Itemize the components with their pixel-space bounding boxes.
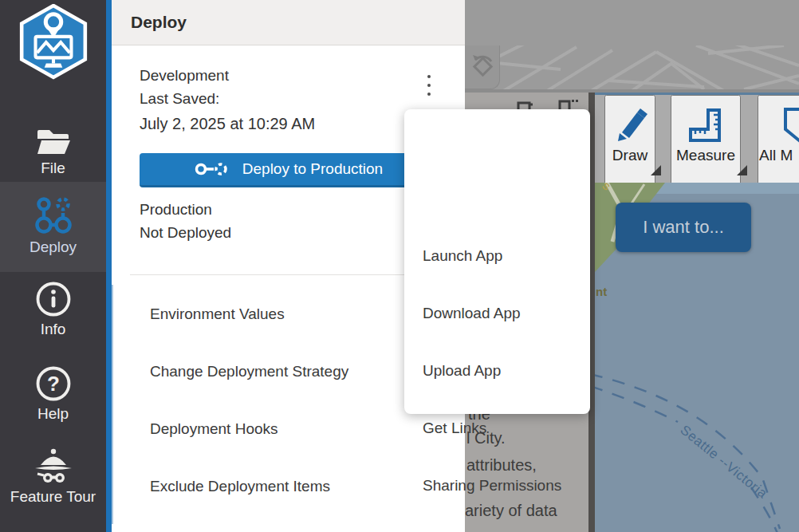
menu-item-get-links[interactable]: Get Links	[423, 420, 486, 437]
action-deployment-hooks[interactable]: Deployment Hooks	[150, 420, 278, 438]
sidebar-item-label: Feature Tour	[10, 488, 96, 506]
i-want-to-label: I want to...	[643, 217, 724, 238]
app-window: the l City. attributes, ariety of data D…	[0, 0, 799, 532]
deploy-button-label: Deploy to Production	[242, 160, 383, 178]
ferry-route-label: Seattle --Victoria	[677, 422, 769, 501]
action-exclude-deployment-items[interactable]: Exclude Deployment Items	[150, 478, 330, 495]
sidebar-item-label: Deploy	[30, 238, 77, 256]
sidebar-accent-stripe	[106, 0, 112, 532]
kebab-dot	[427, 84, 431, 87]
sidebar-item-label: Help	[37, 405, 69, 423]
info-icon	[35, 281, 72, 317]
dialog-text-fragment: ariety of data	[465, 502, 557, 520]
panel-scrollbar[interactable]	[112, 285, 113, 524]
sidebar-item-feature-tour[interactable]: Feature Tour	[0, 447, 106, 512]
map-section: Draw Measure	[595, 93, 799, 532]
menu-item-launch-app[interactable]: Launch App	[423, 247, 502, 265]
deploy-nodes-icon	[35, 195, 72, 235]
action-change-deployment-strategy[interactable]: Change Deployment Strategy	[150, 363, 348, 380]
panel-separator	[130, 274, 447, 275]
environment-options-kebab-button[interactable]	[419, 70, 439, 100]
deploy-to-production-button[interactable]: Deploy to Production	[140, 153, 438, 187]
dialog-text-fragment: attributes,	[466, 456, 537, 475]
tool-label: All M	[759, 147, 793, 164]
sidebar-item-deploy[interactable]: Deploy	[0, 182, 106, 272]
last-saved-value: July 2, 2025 at 10:29 AM	[140, 115, 315, 133]
measure-flyout-indicator[interactable]	[737, 165, 747, 175]
sidebar-item-info[interactable]: Info	[0, 281, 106, 343]
menu-item-sharing-permissions[interactable]: Sharing Permissions	[423, 477, 561, 495]
sidebar: File Deploy Info	[0, 0, 106, 532]
dev-environment-name: Development	[140, 67, 229, 85]
tool-label: Measure	[676, 147, 735, 164]
menu-item-upload-app[interactable]: Upload App	[423, 362, 501, 380]
app-logo-icon	[15, 4, 92, 81]
kebab-dot	[427, 93, 431, 96]
sidebar-item-help[interactable]: ? Help	[0, 365, 106, 428]
tool-label: Draw	[612, 147, 647, 164]
pencil-icon	[611, 107, 649, 144]
basemap-streets-strip	[465, 45, 799, 89]
all-m-tool-button[interactable]: All M	[758, 95, 799, 185]
rotate-icon	[470, 53, 495, 81]
draw-flyout-indicator[interactable]	[651, 165, 661, 175]
shield-icon	[783, 107, 799, 144]
menu-item-download-app[interactable]: Download App	[423, 305, 521, 322]
sidebar-item-label: Info	[41, 321, 66, 338]
help-icon: ?	[35, 365, 72, 402]
sidebar-item-label: File	[41, 160, 65, 177]
svg-text:?: ?	[47, 372, 60, 396]
prod-status: Not Deployed	[140, 224, 231, 242]
i-want-to-button[interactable]: I want to...	[616, 203, 751, 252]
kebab-dot	[427, 75, 431, 78]
sidebar-item-file[interactable]: File	[0, 128, 106, 182]
folder-icon	[35, 128, 72, 156]
feature-tour-icon	[33, 447, 74, 485]
map-rotate-widget[interactable]	[465, 45, 500, 89]
draw-tool-button[interactable]: Draw	[604, 95, 655, 185]
map-toolbar: Draw Measure	[595, 93, 799, 183]
prod-environment-name: Production	[140, 201, 212, 219]
last-saved-label: Last Saved:	[140, 90, 219, 108]
action-environment-values[interactable]: Environment Values	[150, 305, 285, 323]
obscured-toolbar-icon	[558, 100, 579, 109]
ruler-icon	[687, 107, 724, 144]
deploy-panel-header: Deploy	[112, 0, 465, 45]
deploy-release-icon	[195, 160, 228, 178]
measure-tool-button[interactable]: Measure	[671, 95, 741, 185]
map-canvas[interactable]: S nt Seattle --Victoria I want to...	[595, 183, 799, 532]
app-logo[interactable]	[15, 4, 92, 81]
background-app-header	[465, 0, 799, 45]
panel-title: Deploy	[131, 13, 187, 32]
context-menu: Launch App Download App Upload App Get L…	[404, 109, 590, 414]
obscured-toolbar-icon	[517, 100, 534, 109]
